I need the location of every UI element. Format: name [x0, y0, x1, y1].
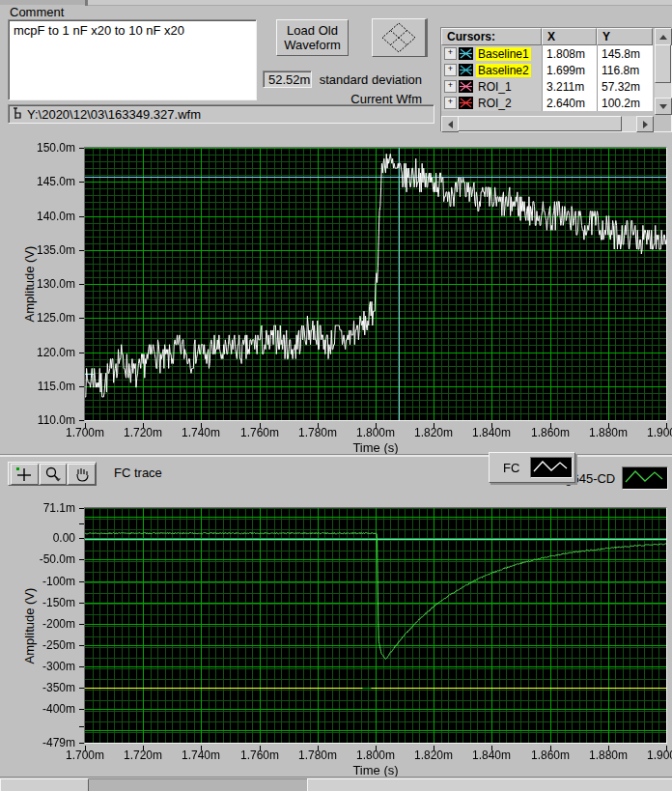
x-tick-label: 1.760m	[235, 749, 285, 762]
down-arrow-icon	[659, 104, 667, 109]
diamond-nav-button[interactable]	[372, 18, 428, 57]
cursor-tool-button[interactable]	[11, 464, 39, 485]
std-dev-label: standard deviation	[287, 72, 422, 87]
comment-textbox[interactable]: mcpF to 1 nF x20 to 10 nF x20	[8, 19, 257, 100]
y-tick-mark	[79, 581, 84, 582]
y-tick-label: 0.00	[17, 531, 75, 545]
cursor-x-cell[interactable]: 1.808m	[542, 45, 597, 62]
bottom-scroll-track[interactable]	[89, 778, 307, 791]
graph-zoom-button[interactable]	[40, 464, 68, 485]
y-tick-label: 130.0m	[17, 277, 75, 291]
cursor-crosshair-icon	[14, 466, 34, 483]
fc-legend-panel: FC	[489, 452, 575, 483]
dg645-legend-chip[interactable]	[622, 466, 668, 490]
expand-plus-icon[interactable]: +	[444, 47, 457, 60]
bottom-scroll-thumb[interactable]	[307, 778, 672, 791]
cursor-name-cell[interactable]: + ROI_1	[441, 78, 542, 95]
y-tick-label: 110.0m	[17, 413, 75, 427]
scroll-left-button[interactable]	[441, 116, 459, 132]
y-tick-label: 120.0m	[17, 346, 75, 359]
cursor-y-cell[interactable]: 100.2m	[597, 95, 653, 111]
cursor-row[interactable]: + ROI_2 2.640m 100.2m	[441, 95, 671, 111]
cursor-row[interactable]: + Baseline2 1.699m 116.8m	[441, 62, 671, 78]
x-tick-label: 1.760m	[235, 426, 285, 439]
scroll-right-button[interactable]	[636, 116, 654, 132]
x-tick-label: 1.900m	[641, 426, 672, 439]
y-tick-mark	[79, 559, 84, 560]
cursor-y-cell[interactable]: 57.32m	[597, 78, 653, 95]
file-path-control[interactable]: Y:\2020\12\03\163349.327.wfm	[8, 104, 434, 124]
y-tick-label: -300m	[17, 660, 75, 673]
y-tick-label: 115.0m	[17, 380, 75, 393]
x-tick-label: 1.840m	[466, 749, 517, 762]
y-tick-mark	[79, 666, 84, 667]
load-old-waveform-button-label: Load OldWaveform	[284, 23, 341, 52]
cursor-name-cell[interactable]: + Baseline1	[441, 45, 542, 62]
cursor-y-cell[interactable]: 116.8m	[597, 62, 653, 78]
y-tick-mark	[79, 645, 84, 646]
up-arrow-icon	[659, 35, 667, 40]
y-tick-label: -200m	[17, 617, 75, 631]
cursors-vscrollbar[interactable]	[655, 28, 671, 114]
cursors-hscrollbar[interactable]	[441, 116, 653, 131]
fc-legend-chip[interactable]	[530, 457, 573, 478]
cursor-row[interactable]: + ROI_1 3.211m 57.32m	[441, 78, 671, 95]
y-tick-mark	[79, 420, 84, 421]
cursor-x-cell[interactable]: 1.699m	[542, 62, 597, 78]
load-old-waveform-button[interactable]: Load OldWaveform	[276, 19, 349, 56]
dg645-waveform-icon	[623, 467, 665, 487]
magnifier-icon	[43, 466, 63, 483]
cursor-name-label: ROI_1	[476, 80, 514, 94]
cursor-x-cell[interactable]: 2.640m	[542, 95, 597, 111]
hscroll-thumb[interactable]	[458, 116, 622, 131]
cursor-x-cell[interactable]: 3.211m	[542, 78, 597, 95]
y-tick-label: -350m	[17, 681, 75, 694]
dg645-waveform-graph[interactable]	[84, 507, 667, 744]
fc-waveform-graph[interactable]	[84, 147, 667, 421]
x-tick-label: 1.780m	[293, 426, 343, 439]
top-chart-xlabel: Time (s)	[347, 440, 405, 455]
hand-icon	[72, 466, 92, 483]
cursor-style-icon	[459, 97, 473, 109]
fc-legend-label: FC	[503, 461, 519, 475]
y-tick-mark	[79, 318, 84, 319]
x-tick-label: 1.740m	[176, 426, 226, 439]
cursor-row[interactable]: + Baseline1 1.808m 145.8m	[441, 45, 671, 62]
y-tick-mark	[79, 216, 84, 217]
cursor-name-label: Baseline2	[476, 64, 531, 77]
cursor-y-cell[interactable]: 145.8m	[597, 45, 653, 62]
x-tick-label: 1.700m	[60, 426, 110, 439]
x-tick-label: 1.900m	[641, 749, 672, 762]
cursor-name-label: Baseline1	[476, 47, 531, 61]
x-tick-label: 1.880m	[583, 749, 633, 762]
path-type-icon	[12, 107, 25, 121]
x-tick-label: 1.720m	[118, 749, 168, 762]
y-tick-mark	[79, 508, 84, 509]
cursors-header-cell[interactable]: Cursors:	[441, 28, 542, 45]
expand-plus-icon[interactable]: +	[444, 64, 457, 76]
y-tick-label: -100m	[17, 575, 75, 588]
y-tick-mark	[79, 709, 84, 710]
vscroll-thumb[interactable]	[655, 44, 671, 83]
expand-plus-icon[interactable]: +	[444, 80, 457, 93]
y-header-cell[interactable]: Y	[597, 28, 653, 45]
y-tick-mark	[79, 624, 84, 625]
x-tick-label: 1.880m	[583, 426, 633, 439]
x-header-cell[interactable]: X	[542, 28, 597, 45]
application-window: Comment mcpF to 1 nF x20 to 10 nF x20 Lo…	[0, 0, 672, 791]
x-tick-label: 1.800m	[350, 749, 401, 762]
left-arrow-icon	[448, 121, 453, 128]
pan-tool-button[interactable]	[68, 464, 96, 485]
y-tick-mark	[79, 353, 84, 353]
fc-waveform-icon	[531, 458, 570, 475]
expand-plus-icon[interactable]: +	[444, 97, 457, 109]
scroll-up-button[interactable]	[655, 28, 672, 45]
y-tick-label: 135.0m	[17, 243, 75, 257]
cursor-style-icon	[459, 64, 473, 76]
cursor-name-cell[interactable]: + Baseline2	[441, 62, 542, 78]
y-tick-mark	[79, 726, 84, 727]
bottom-left-box[interactable]	[0, 778, 89, 791]
cursor-name-cell[interactable]: + ROI_2	[441, 95, 542, 111]
cursor-style-icon	[459, 80, 473, 93]
scroll-down-button[interactable]	[655, 98, 672, 115]
